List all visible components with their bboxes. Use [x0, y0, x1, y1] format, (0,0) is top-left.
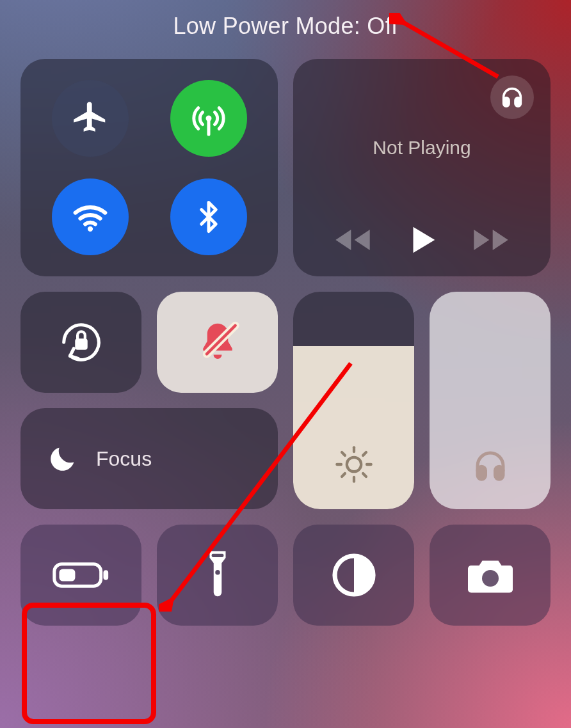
svg-rect-16	[59, 569, 75, 581]
media-play-button[interactable]	[405, 223, 439, 257]
silent-mode-toggle[interactable]	[157, 292, 278, 393]
sun-icon	[334, 444, 374, 485]
connectivity-panel	[20, 59, 278, 276]
flashlight-toggle[interactable]	[157, 525, 278, 626]
headphones-icon	[471, 447, 510, 485]
focus-button[interactable]: Focus	[20, 408, 278, 509]
camera-icon	[465, 555, 516, 596]
dark-mode-icon	[331, 552, 377, 598]
brightness-slider[interactable]	[293, 292, 414, 509]
svg-line-10	[342, 452, 345, 455]
battery-low-icon	[52, 558, 111, 592]
svg-point-2	[87, 226, 92, 232]
camera-button[interactable]	[430, 525, 551, 626]
airplane-mode-toggle[interactable]	[52, 80, 129, 157]
media-panel: Not Playing	[293, 59, 551, 276]
low-power-mode-toggle[interactable]	[20, 525, 141, 626]
svg-line-13	[363, 452, 366, 455]
bluetooth-icon	[191, 200, 226, 234]
bluetooth-toggle[interactable]	[170, 178, 247, 255]
wifi-icon	[70, 197, 110, 237]
airplay-audio-button[interactable]	[490, 75, 534, 119]
focus-label: Focus	[96, 447, 152, 471]
dark-mode-toggle[interactable]	[293, 525, 414, 626]
svg-line-11	[363, 473, 366, 477]
media-status-text: Not Playing	[310, 137, 534, 159]
forward-icon	[470, 225, 511, 255]
orientation-lock-toggle[interactable]	[20, 292, 141, 393]
wifi-toggle[interactable]	[52, 178, 129, 255]
rotation-lock-icon	[56, 317, 106, 367]
cellular-data-toggle[interactable]	[170, 80, 247, 157]
svg-rect-3	[75, 338, 88, 350]
svg-point-5	[346, 457, 360, 471]
cellular-antenna-icon	[189, 99, 228, 138]
headphones-icon	[499, 84, 525, 110]
volume-slider[interactable]	[430, 292, 551, 509]
media-controls	[310, 223, 534, 262]
svg-rect-15	[103, 570, 108, 580]
moon-icon	[46, 442, 79, 475]
svg-point-18	[215, 570, 220, 575]
svg-rect-17	[211, 554, 223, 557]
controls-grid: Not Playing	[20, 59, 551, 626]
status-banner: Low Power Mode: Off	[173, 13, 398, 40]
media-forward-button[interactable]	[470, 225, 511, 255]
media-rewind-button[interactable]	[332, 225, 373, 255]
airplane-icon	[70, 99, 110, 138]
svg-point-20	[482, 570, 499, 587]
flashlight-icon	[202, 548, 234, 602]
rewind-icon	[332, 225, 373, 255]
play-icon	[405, 223, 439, 257]
control-center: Low Power Mode: Off	[0, 0, 571, 728]
bell-slash-icon	[193, 317, 243, 367]
svg-line-12	[342, 473, 345, 477]
